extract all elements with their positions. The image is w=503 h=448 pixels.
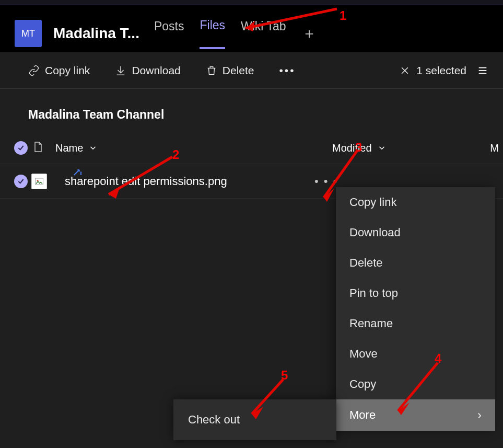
- download-label: Download: [132, 64, 180, 77]
- column-name-label: Name: [55, 142, 83, 154]
- files-toolbar: Copy link Download Delete ••• 1 selected: [0, 52, 503, 89]
- link-icon: [28, 65, 40, 76]
- team-name: Madalina T...: [53, 25, 139, 42]
- close-icon: [400, 65, 410, 76]
- svg-line-8: [398, 363, 438, 411]
- team-avatar[interactable]: MT: [15, 20, 42, 47]
- annotation-arrow-2: [99, 153, 178, 202]
- selection-count[interactable]: 1 selected: [400, 64, 466, 77]
- menu-icon[interactable]: [477, 65, 488, 76]
- tab-posts[interactable]: Posts: [154, 19, 184, 48]
- ctx-rename[interactable]: Rename: [336, 308, 495, 339]
- chevron-right-icon: ›: [477, 408, 482, 422]
- download-icon: [115, 65, 126, 76]
- copy-link-label: Copy link: [45, 64, 90, 77]
- annotation-arrow-4: [391, 360, 443, 417]
- share-indicator-icon: [73, 168, 84, 177]
- annotation-arrow-5: [244, 376, 288, 421]
- ctx-pin-to-top[interactable]: Pin to top: [336, 278, 495, 308]
- svg-marker-3: [245, 21, 255, 31]
- download-button[interactable]: Download: [115, 64, 180, 77]
- tab-files[interactable]: Files: [200, 18, 225, 49]
- breadcrumb-channel: Madalina Team Channel: [0, 89, 503, 135]
- ctx-delete[interactable]: Delete: [336, 248, 495, 278]
- svg-line-6: [324, 151, 357, 198]
- delete-button[interactable]: Delete: [206, 64, 254, 77]
- image-file-icon: [31, 174, 47, 189]
- chevron-down-icon: [377, 143, 387, 153]
- more-toolbar-button[interactable]: •••: [279, 64, 295, 77]
- row-checkbox[interactable]: [14, 175, 28, 188]
- ctx-check-out[interactable]: Check out: [188, 413, 240, 427]
- svg-line-10: [252, 380, 283, 414]
- delete-label: Delete: [223, 64, 254, 77]
- ctx-download[interactable]: Download: [336, 217, 495, 248]
- svg-line-2: [245, 9, 337, 28]
- file-type-header-icon: [31, 141, 44, 153]
- chevron-down-icon: [88, 143, 98, 153]
- ellipsis-icon: •••: [279, 64, 295, 77]
- annotation-arrow-1: [235, 6, 340, 32]
- window-top-strip: [0, 0, 503, 5]
- selection-count-label: 1 selected: [416, 64, 466, 77]
- file-list-header: Name Modified M: [0, 135, 503, 164]
- annotation-arrow-3: [315, 147, 362, 204]
- column-header-cut: M: [490, 142, 503, 154]
- trash-icon: [206, 65, 217, 76]
- select-all-checkbox[interactable]: [14, 141, 28, 155]
- copy-link-button[interactable]: Copy link: [28, 64, 90, 77]
- column-header-name[interactable]: Name: [55, 142, 327, 154]
